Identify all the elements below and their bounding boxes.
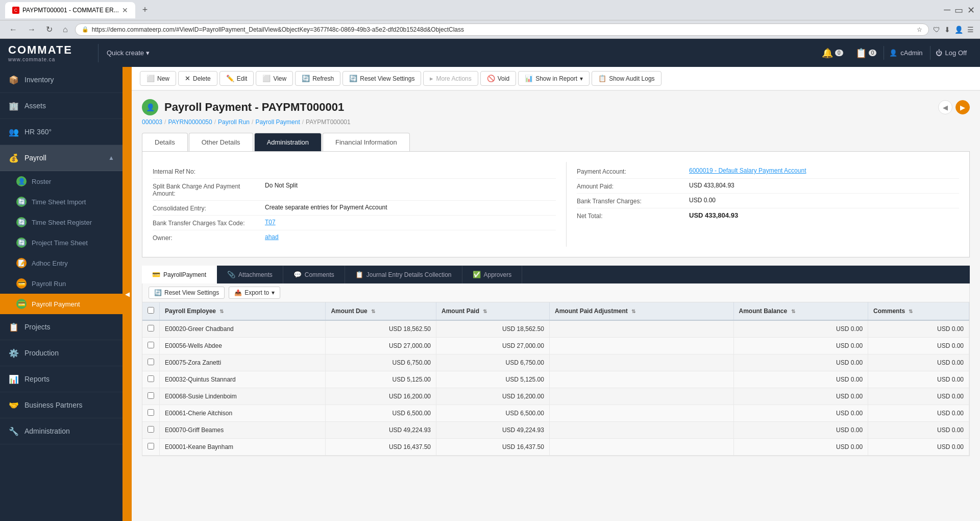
row-checkbox-cell[interactable] — [142, 338, 160, 354]
tab-administration[interactable]: Administration — [254, 133, 322, 151]
forward-button[interactable]: → — [24, 24, 39, 35]
row-checkbox[interactable] — [148, 359, 154, 365]
tab-financial-info[interactable]: Financial Information — [323, 133, 410, 151]
cell-comments: USD 0.00 — [868, 354, 969, 371]
cell-amount-due: USD 6,750.00 — [326, 354, 436, 371]
reset-view-settings-button[interactable]: 🔄 Reset View Settings — [149, 287, 225, 299]
row-checkbox[interactable] — [148, 342, 154, 348]
sidebar-item-payroll-payment[interactable]: 💳 Payroll Payment — [0, 294, 122, 314]
cell-amount-due: USD 27,000.00 — [326, 338, 436, 354]
browser-close[interactable]: ✕ — [967, 5, 975, 16]
owner-link[interactable]: ahad — [265, 233, 279, 241]
quick-create-button[interactable]: Quick create ▾ — [107, 49, 150, 57]
sub-tab-journal-entry[interactable]: 📋 Journal Entry Details Collection — [345, 266, 462, 283]
breadcrumb-payroll-payment[interactable]: Payroll Payment — [255, 119, 300, 126]
profile-icon[interactable]: 👤 — [954, 26, 963, 34]
row-checkbox-cell[interactable] — [142, 422, 160, 439]
back-button[interactable]: ← — [6, 24, 20, 35]
extensions-icon[interactable]: 🛡 — [933, 26, 940, 34]
sidebar-item-payroll-run[interactable]: 💳 Payroll Run — [0, 273, 122, 294]
col-payroll-employee[interactable]: Payroll Employee ⇅ — [160, 302, 326, 320]
row-checkbox[interactable] — [148, 409, 154, 416]
sub-tab-approvers[interactable]: ✅ Approvers — [462, 266, 523, 283]
sidebar-item-roster[interactable]: 👤 Roster — [0, 171, 122, 192]
col-comments[interactable]: Comments ⇅ — [868, 302, 969, 320]
col-balance-sort: ⇅ — [791, 309, 795, 314]
logout-label: Log Off — [945, 49, 967, 57]
tab-close-button[interactable]: ✕ — [122, 6, 128, 14]
sub-tab-payroll-payment[interactable]: 💳 PayrollPayment — [142, 266, 217, 283]
more-actions-button[interactable]: ▸ More Actions — [423, 71, 478, 86]
sidebar-item-reports[interactable]: 📊 Reports — [0, 366, 122, 392]
sidebar-item-hr360[interactable]: 👥 HR 360° — [0, 119, 122, 145]
next-record-button[interactable]: ▶ — [955, 100, 970, 114]
show-in-report-button[interactable]: 📊 Show in Report ▾ — [518, 71, 590, 86]
delete-button[interactable]: ✕ Delete — [178, 71, 217, 86]
breadcrumb-000003[interactable]: 000003 — [142, 119, 162, 126]
tax-code-link[interactable]: T07 — [265, 219, 276, 226]
sub-tab-attachments[interactable]: 📎 Attachments — [217, 266, 283, 283]
browser-tab[interactable]: C PAYPMT000001 - COMMATE ER... ✕ — [5, 2, 135, 18]
view-button[interactable]: ⬜ View — [256, 71, 293, 86]
prev-record-button[interactable]: ◀ — [938, 100, 952, 114]
row-checkbox[interactable] — [148, 443, 154, 449]
notifications-button[interactable]: 🔔 0 — [817, 44, 848, 62]
new-button[interactable]: ⬜ New — [140, 71, 176, 86]
refresh-button[interactable]: 🔄 Refresh — [295, 71, 340, 86]
row-checkbox[interactable] — [148, 392, 154, 399]
payment-account-link[interactable]: 6000019 - Default Salary Payment Account — [689, 167, 806, 174]
row-checkbox-cell[interactable] — [142, 320, 160, 338]
row-checkbox-cell[interactable] — [142, 354, 160, 371]
col-amount-paid[interactable]: Amount Paid ⇅ — [436, 302, 550, 320]
show-audit-logs-button[interactable]: 📋 Show Audit Logs — [592, 71, 661, 86]
breadcrumb-payrn[interactable]: PAYRN0000050 — [168, 119, 212, 126]
breadcrumb-payroll-run[interactable]: Payroll Run — [218, 119, 250, 126]
user-button[interactable]: 👤 cAdmin — [884, 46, 927, 60]
row-checkbox-cell[interactable] — [142, 388, 160, 405]
sub-tab-comments[interactable]: 💬 Comments — [283, 266, 345, 283]
net-total-value: USD 433,804.93 — [689, 211, 738, 219]
sidebar-item-payroll[interactable]: 💰 Payroll ▲ — [0, 145, 122, 171]
sidebar-item-timesheet-register[interactable]: 🔄 Time Sheet Register — [0, 212, 122, 232]
logout-button[interactable]: ⏻ Log Off — [930, 46, 972, 60]
logo-area: COMMATE www.commate.ca — [8, 43, 90, 62]
sidebar-item-project-timesheet[interactable]: 🔄 Project Time Sheet — [0, 232, 122, 253]
cell-amount-paid: USD 6,750.00 — [436, 354, 550, 371]
sidebar-item-projects[interactable]: 📋 Projects — [0, 314, 122, 340]
home-button[interactable]: ⌂ — [60, 24, 71, 35]
address-bar[interactable]: 🔒 https://demo.commateerp.com/#ViewID=Pa… — [75, 23, 929, 36]
row-checkbox[interactable] — [148, 375, 154, 382]
row-checkbox-cell[interactable] — [142, 439, 160, 456]
sidebar-item-business-partners[interactable]: 🤝 Business Partners — [0, 392, 122, 418]
sidebar-item-timesheet-import[interactable]: 🔄 Time Sheet Import — [0, 192, 122, 212]
table-row: E00068-Susie Lindenboim USD 16,200.00 US… — [142, 388, 969, 405]
sidebar-item-adhoc-entry[interactable]: 📝 Adhoc Entry — [0, 253, 122, 273]
col-amount-due[interactable]: Amount Due ⇅ — [326, 302, 436, 320]
sidebar-collapse-button[interactable]: ◀ — [122, 67, 132, 521]
sidebar-item-assets[interactable]: 🏢 Assets — [0, 93, 122, 119]
reload-button[interactable]: ↻ — [43, 23, 56, 35]
documents-button[interactable]: 📋 0 — [850, 44, 882, 62]
browser-minimize[interactable]: ─ — [944, 5, 950, 15]
row-checkbox-cell[interactable] — [142, 405, 160, 422]
browser-maximize[interactable]: ▭ — [954, 5, 963, 16]
sidebar-item-inventory[interactable]: 📦 Inventory — [0, 67, 122, 93]
reset-view-button[interactable]: 🔄 Reset View Settings — [342, 71, 421, 86]
col-adjustment[interactable]: Amount Paid Adjustment ⇅ — [549, 302, 733, 320]
sidebar-item-administration[interactable]: 🔧 Administration — [0, 418, 122, 444]
tab-details[interactable]: Details — [142, 133, 188, 151]
row-checkbox[interactable] — [148, 325, 154, 331]
menu-icon[interactable]: ☰ — [967, 26, 974, 34]
void-button[interactable]: 🚫 Void — [480, 71, 516, 86]
select-all-checkbox[interactable] — [148, 307, 154, 314]
download-icon[interactable]: ⬇ — [944, 26, 950, 34]
row-checkbox[interactable] — [148, 426, 154, 433]
tab-other-details[interactable]: Other Details — [189, 133, 253, 151]
export-to-button[interactable]: 📤 Export to ▾ — [229, 287, 280, 299]
new-tab-button[interactable]: + — [139, 5, 151, 15]
reset-view-label: Reset View Settings — [360, 75, 414, 82]
sidebar-item-production[interactable]: ⚙️ Production — [0, 340, 122, 366]
row-checkbox-cell[interactable] — [142, 371, 160, 388]
edit-button[interactable]: ✏️ Edit — [219, 71, 254, 86]
col-balance[interactable]: Amount Balance ⇅ — [733, 302, 868, 320]
